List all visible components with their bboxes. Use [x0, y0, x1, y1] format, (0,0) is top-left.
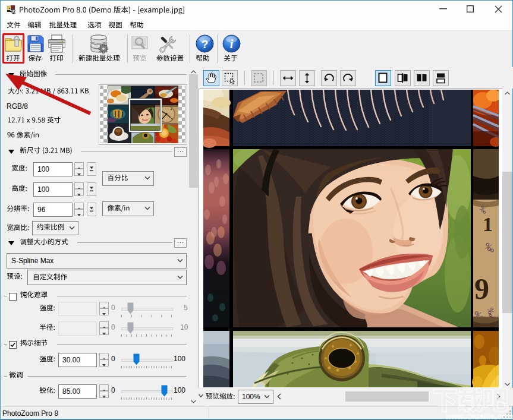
- svg-text:www.xiazaiba.com: www.xiazaiba.com: [445, 413, 513, 420]
- svg-text:?: ?: [202, 38, 209, 50]
- svg-text:i: i: [230, 37, 234, 50]
- svg-text:9: 9: [474, 272, 489, 305]
- svg-text:1: 1: [483, 213, 493, 235]
